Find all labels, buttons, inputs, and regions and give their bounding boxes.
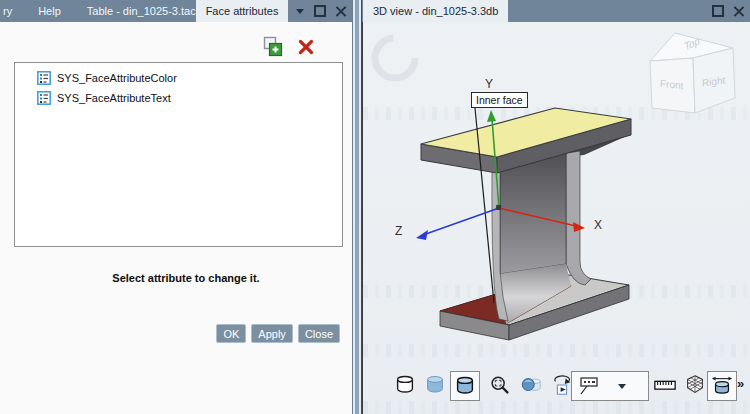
z-axis-arrow — [416, 230, 428, 240]
face-attributes-panel: SYS_FaceAttributeColor SYS_FaceAttribute… — [0, 22, 352, 414]
tab-3d-view[interactable]: 3D view - din_1025-3.3db — [363, 0, 508, 22]
panel-splitter[interactable] — [352, 0, 362, 414]
sphere-cylinder-icon — [519, 373, 543, 397]
attribute-icon — [37, 71, 51, 85]
list-item-label: SYS_FaceAttributeText — [57, 92, 171, 104]
origin-marker — [496, 205, 502, 211]
z-axis-label: Z — [395, 224, 402, 238]
view-toolbar: » — [363, 370, 750, 404]
tab-face-attributes[interactable]: Face attributes — [196, 0, 288, 22]
toolbar-overflow-button[interactable]: » — [737, 376, 744, 391]
annotation-tool-group — [571, 371, 649, 401]
list-item[interactable]: SYS_FaceAttributeColor — [15, 68, 342, 88]
close-button[interactable]: Close — [298, 324, 340, 343]
3d-model[interactable] — [363, 22, 750, 414]
add-attribute-icon[interactable] — [262, 36, 284, 58]
magnifier-icon — [488, 373, 512, 397]
zoom-fit-button[interactable] — [487, 372, 513, 398]
web-face[interactable] — [500, 153, 566, 274]
web-end-face[interactable] — [566, 151, 591, 285]
dimension-cylinder-icon — [710, 374, 734, 398]
list-item[interactable]: SYS_FaceAttributeText — [15, 88, 342, 108]
close-icon[interactable] — [734, 6, 744, 16]
hint-text: Select attribute to change it. — [20, 272, 352, 284]
x-axis-label: X — [594, 218, 602, 232]
mesh-cube-icon — [683, 373, 707, 397]
left-titlebar: ry Help Table - din_1025-3.tac Face attr… — [0, 0, 352, 22]
application-window: ry Help Table - din_1025-3.tac Face attr… — [0, 0, 750, 414]
y-axis-label: Y — [485, 77, 493, 91]
shaded-cylinder-icon — [423, 373, 447, 397]
menu-item-help[interactable]: Help — [38, 5, 61, 17]
maximize-icon[interactable] — [314, 5, 326, 17]
measure-button[interactable] — [652, 372, 678, 398]
wireframe-cylinder-icon — [393, 373, 417, 397]
delete-attribute-icon[interactable] — [298, 39, 314, 55]
z-axis — [423, 208, 499, 235]
label-tool-dropdown-icon[interactable] — [618, 384, 626, 389]
dimension-mode-button[interactable] — [707, 371, 737, 401]
inner-face-label: Inner face — [471, 92, 528, 108]
ok-button[interactable]: OK — [216, 324, 246, 343]
mesh-display-button[interactable] — [682, 372, 708, 398]
right-titlebar: 3D view - din_1025-3.3db — [362, 0, 750, 22]
wireframe-mode-button[interactable] — [392, 372, 418, 398]
chevron-down-icon[interactable] — [296, 9, 304, 14]
attribute-listbox: SYS_FaceAttributeColor SYS_FaceAttribute… — [14, 62, 343, 247]
label-tool-icon[interactable] — [578, 373, 604, 399]
3d-viewport[interactable]: Top Front Right — [362, 22, 750, 414]
list-item-label: SYS_FaceAttributeColor — [57, 72, 177, 84]
transparency-button[interactable] — [518, 372, 544, 398]
ruler-icon — [653, 373, 677, 397]
apply-button[interactable]: Apply — [251, 324, 293, 343]
attribute-icon — [37, 91, 51, 105]
maximize-icon[interactable] — [712, 5, 724, 17]
shaded-edges-cylinder-icon — [453, 374, 477, 398]
shaded-edges-mode-button[interactable] — [450, 371, 480, 401]
shaded-mode-button[interactable] — [422, 372, 448, 398]
menu-item-partial[interactable]: ry — [3, 5, 12, 17]
table-window-title[interactable]: Table - din_1025-3.tac — [87, 5, 196, 17]
y-axis-arrow — [487, 110, 496, 122]
close-icon[interactable] — [336, 6, 346, 16]
